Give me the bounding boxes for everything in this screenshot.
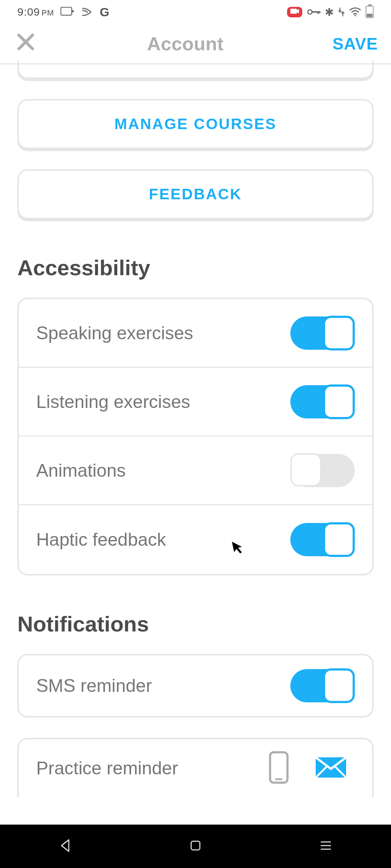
listening-exercises-toggle[interactable] (290, 385, 355, 418)
svg-rect-5 (318, 11, 319, 14)
google-icon: G (100, 5, 109, 19)
accessibility-heading: Accessibility (17, 255, 374, 280)
status-bar: 9:09PM G ✱ (0, 0, 391, 24)
animations-row: Animations (19, 437, 372, 505)
haptic-feedback-toggle[interactable] (290, 523, 355, 556)
status-left: 9:09PM G (17, 5, 109, 19)
battery-icon (366, 6, 374, 18)
bluetooth-icon: ✱ (325, 6, 334, 18)
svg-rect-0 (61, 7, 72, 15)
save-button[interactable]: SAVE (332, 34, 378, 54)
animations-toggle[interactable] (290, 454, 355, 487)
svg-point-3 (308, 10, 312, 14)
svg-point-1 (72, 10, 74, 12)
close-icon[interactable] (13, 32, 38, 55)
svg-rect-6 (319, 11, 320, 13)
sms-reminder-toggle[interactable] (290, 669, 355, 702)
practice-reminder-row: Practice reminder (19, 739, 372, 797)
svg-rect-8 (270, 752, 287, 783)
accessibility-card: Speaking exercises Listening exercises A… (17, 298, 374, 575)
speaking-exercises-label: Speaking exercises (36, 323, 193, 344)
speaking-exercises-toggle[interactable] (290, 316, 355, 350)
svg-rect-11 (191, 841, 200, 850)
sms-reminder-card: SMS reminder (17, 654, 374, 718)
cast-icon (81, 7, 93, 17)
manage-courses-button[interactable]: MANAGE COURSES (17, 99, 374, 149)
header: Account SAVE (0, 24, 391, 64)
page-title: Account (147, 33, 224, 55)
svg-rect-2 (290, 9, 297, 14)
feedback-label: FEEDBACK (149, 186, 242, 203)
screencast-icon (60, 7, 74, 17)
vpn-key-icon (307, 8, 320, 16)
sms-reminder-row: SMS reminder (19, 655, 372, 716)
home-icon[interactable] (189, 839, 202, 854)
svg-rect-9 (275, 778, 282, 780)
partial-previous-card[interactable] (17, 61, 374, 79)
animations-label: Animations (36, 460, 126, 481)
status-time-value: 9:09 (17, 6, 40, 18)
status-right: ✱ (287, 6, 374, 18)
haptic-feedback-row: Haptic feedback (19, 505, 372, 574)
listening-exercises-row: Listening exercises (19, 368, 372, 437)
svg-rect-4 (312, 11, 320, 13)
practice-reminder-card: Practice reminder (17, 738, 374, 797)
listening-exercises-label: Listening exercises (36, 391, 190, 412)
svg-point-7 (354, 15, 356, 16)
content: MANAGE COURSES FEEDBACK Accessibility Sp… (0, 61, 391, 797)
practice-reminder-label: Practice reminder (36, 758, 178, 779)
status-time: 9:09PM (17, 6, 54, 18)
system-nav-bar (0, 825, 391, 868)
data-icon (338, 7, 345, 17)
feedback-button[interactable]: FEEDBACK (17, 169, 374, 219)
haptic-feedback-label: Haptic feedback (36, 529, 166, 550)
wifi-icon (349, 7, 361, 17)
recording-icon (287, 7, 302, 17)
phone-icon[interactable] (268, 751, 290, 786)
mail-icon[interactable] (315, 757, 347, 780)
status-ampm: PM (41, 8, 54, 17)
manage-courses-label: MANAGE COURSES (114, 115, 277, 133)
notifications-heading: Notifications (17, 612, 374, 637)
back-icon[interactable] (59, 838, 72, 854)
sms-reminder-label: SMS reminder (36, 675, 152, 696)
speaking-exercises-row: Speaking exercises (19, 299, 372, 368)
recent-apps-icon[interactable] (319, 840, 332, 852)
